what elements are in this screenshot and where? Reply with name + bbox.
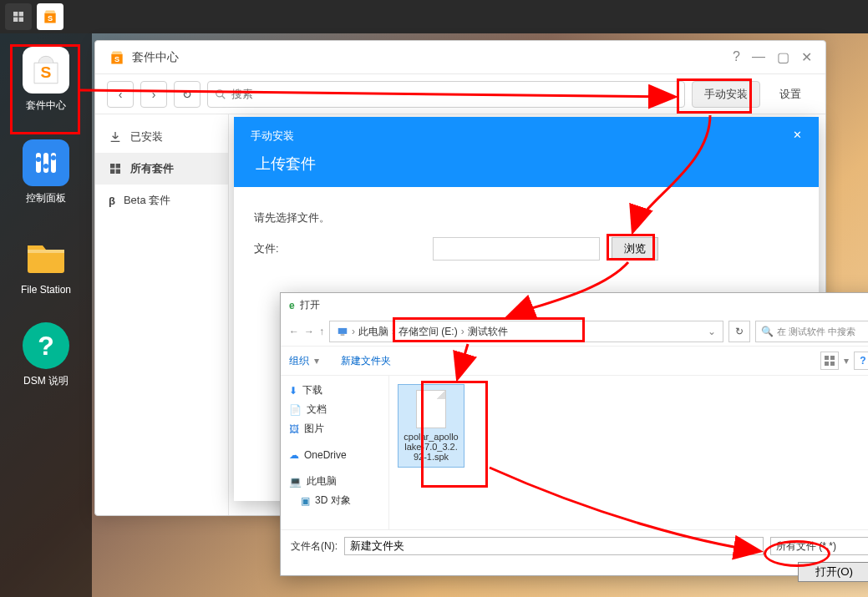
sidebar-item-beta[interactable]: β Beta 套件 <box>95 185 228 216</box>
svg-text:S: S <box>48 14 53 23</box>
svg-rect-23 <box>825 362 829 366</box>
file-name: cpolar_apollolake-7.0_3.2.92-1.spk <box>404 432 459 462</box>
svg-rect-18 <box>116 169 120 174</box>
dock-label: File Station <box>21 284 71 296</box>
svg-line-14 <box>222 95 226 99</box>
filename-input[interactable] <box>344 537 764 555</box>
nav-fwd-icon[interactable]: → <box>304 326 314 337</box>
ie-icon: e <box>289 300 295 311</box>
refresh-icon[interactable]: ↻ <box>728 321 750 342</box>
settings-button[interactable]: 设置 <box>767 81 814 108</box>
dock-label: 控制面板 <box>26 191 66 205</box>
open-button[interactable]: 打开(O) <box>798 562 868 582</box>
svg-rect-7 <box>43 153 48 173</box>
search-input[interactable] <box>231 88 678 100</box>
file-item-selected[interactable]: cpolar_apollolake-7.0_3.2.92-1.spk <box>398 384 464 468</box>
svg-text:S: S <box>114 55 119 63</box>
dialog-close-icon[interactable]: ✕ <box>793 129 802 144</box>
chevron-down-icon[interactable]: ⌄ <box>708 326 716 337</box>
new-folder-button[interactable]: 新建文件夹 <box>341 354 391 368</box>
maximize-icon[interactable]: ▢ <box>777 49 789 65</box>
nav-back-button[interactable]: ‹ <box>107 81 134 108</box>
tree-onedrive[interactable]: ☁OneDrive <box>286 447 383 463</box>
svg-rect-17 <box>110 169 114 174</box>
file-dialog-title: 打开 <box>300 298 320 312</box>
svg-rect-2 <box>13 18 18 22</box>
window-title: 套件中心 <box>132 50 733 65</box>
beta-icon: β <box>109 195 115 207</box>
view-thumbs-icon[interactable] <box>820 352 839 370</box>
svg-point-10 <box>43 164 48 169</box>
file-icon <box>416 390 446 428</box>
upload-prompt: 请先选择文件。 <box>254 210 799 225</box>
minimize-icon[interactable]: — <box>752 49 765 65</box>
pkg-center-icon: S <box>109 49 125 66</box>
file-label: 文件: <box>254 241 421 256</box>
view-info-icon[interactable]: ? <box>854 352 868 370</box>
search-icon: 🔍 <box>761 326 774 337</box>
window-toolbar: ‹ › ↻ 手动安装 设置 <box>95 74 825 114</box>
svg-rect-22 <box>830 356 835 360</box>
search-box[interactable] <box>207 81 685 108</box>
svg-rect-16 <box>116 164 120 168</box>
nav-back-icon[interactable]: ← <box>289 326 299 337</box>
tree-3d-objects[interactable]: ▣3D 对象 <box>286 491 383 510</box>
dock-label: 套件中心 <box>26 99 66 113</box>
dock-item-file-station[interactable]: File Station <box>21 232 71 296</box>
close-icon[interactable]: ✕ <box>801 49 812 65</box>
tree-documents[interactable]: 📄文档 <box>286 400 383 419</box>
dialog-title: 上传套件 <box>256 154 802 174</box>
pc-icon <box>337 326 348 337</box>
svg-rect-20 <box>341 335 345 336</box>
grid-icon <box>109 162 122 175</box>
svg-point-13 <box>216 89 223 96</box>
file-list: cpolar_apollolake-7.0_3.2.92-1.spk <box>389 376 868 529</box>
file-input[interactable] <box>433 237 600 261</box>
organize-menu[interactable]: 组织 <box>289 354 309 368</box>
taskbar-grid-icon[interactable] <box>5 3 32 30</box>
nav-forward-button[interactable]: › <box>140 81 167 108</box>
file-search-box[interactable]: 🔍 在 测试软件 中搜索 <box>755 321 868 342</box>
svg-rect-1 <box>19 12 23 16</box>
svg-point-11 <box>51 155 56 160</box>
dialog-header-small: 手动安装 <box>251 129 294 144</box>
taskbar-pkg-icon[interactable]: S <box>37 3 63 30</box>
dock-item-dsm-help[interactable]: ? DSM 说明 <box>23 322 69 388</box>
sidebar-item-installed[interactable]: 已安装 <box>95 121 228 153</box>
svg-point-9 <box>36 157 41 162</box>
window-titlebar: S 套件中心 ? — ▢ ✕ <box>95 41 825 74</box>
svg-rect-3 <box>19 18 23 22</box>
breadcrumb[interactable]: › 此电脑 › 存储空间 (E:) › 测试软件 ⌄ <box>329 321 723 342</box>
folder-tree: ⬇下载 📄文档 🖼图片 ☁OneDrive 💻此电脑 ▣3D 对象 <box>281 376 389 529</box>
svg-rect-6 <box>36 153 41 173</box>
nav-up-icon[interactable]: ↑ <box>319 326 324 337</box>
tree-pictures[interactable]: 🖼图片 <box>286 419 383 438</box>
svg-rect-24 <box>830 362 835 366</box>
taskbar: S <box>0 0 868 33</box>
pkg-sidebar: 已安装 所有套件 β Beta 套件 <box>95 114 229 515</box>
browse-button[interactable]: 浏览 <box>612 237 658 261</box>
refresh-button[interactable]: ↻ <box>174 81 201 108</box>
filename-label: 文件名(N): <box>291 539 338 554</box>
svg-rect-19 <box>338 328 348 334</box>
manual-install-button[interactable]: 手动安装 <box>692 81 760 108</box>
dock-item-control-panel[interactable]: 控制面板 <box>23 139 69 205</box>
help-icon[interactable]: ? <box>733 49 740 65</box>
svg-rect-0 <box>13 12 18 16</box>
search-icon <box>215 89 226 100</box>
tree-downloads[interactable]: ⬇下载 <box>286 381 383 400</box>
sidebar-item-all[interactable]: 所有套件 <box>95 153 228 185</box>
tree-this-pc[interactable]: 💻此电脑 <box>286 472 383 491</box>
svg-rect-21 <box>825 356 829 360</box>
svg-rect-15 <box>110 164 114 168</box>
file-open-dialog: e 打开 ← → ↑ › 此电脑 › 存储空间 (E:) › 测试软件 ⌄ ↻ … <box>280 292 868 576</box>
dock-label: DSM 说明 <box>23 374 69 388</box>
download-icon <box>109 130 122 144</box>
desktop-dock: S 套件中心 控制面板 File Station ? DSM 说明 <box>0 33 92 597</box>
svg-text:S: S <box>41 63 52 81</box>
file-filter[interactable]: 所有文件 (*.*) <box>770 537 868 555</box>
dock-item-package-center[interactable]: S 套件中心 <box>23 47 69 113</box>
